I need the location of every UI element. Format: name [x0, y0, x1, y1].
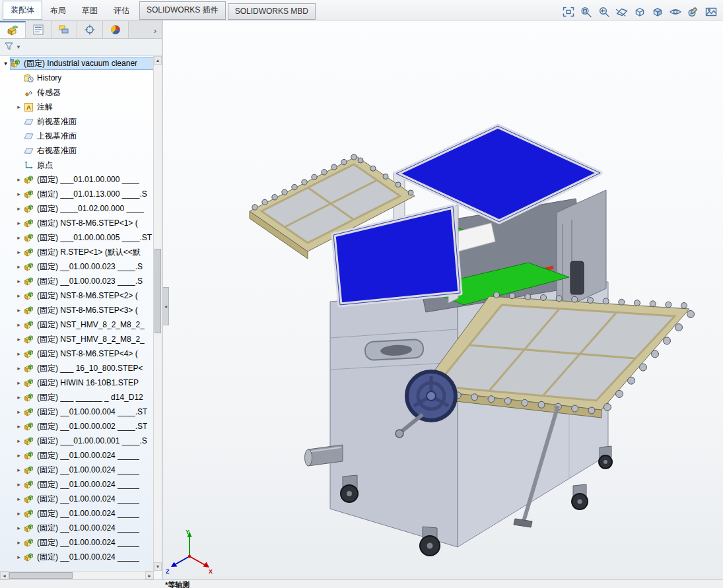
- expand-arrow-icon[interactable]: ▸: [15, 525, 23, 531]
- expand-arrow-icon[interactable]: ▸: [15, 539, 23, 546]
- tree-item-body[interactable]: (固定) __01.00.00.024 _____: [23, 492, 154, 506]
- tree-item-body[interactable]: History: [23, 71, 154, 84]
- tree-item[interactable]: ▸(固定) __01.00.00.024 _____: [0, 535, 154, 550]
- tree-item-body[interactable]: (固定) NST_HMV_8_2_M8_2_: [23, 318, 154, 331]
- tray-roller[interactable]: [396, 182, 401, 187]
- tree-item[interactable]: ▸(固定) NST_HMV_8_2_M8_2_: [0, 317, 154, 332]
- tray-roller[interactable]: [604, 404, 611, 411]
- tray-roller[interactable]: [687, 311, 695, 318]
- tray-roller[interactable]: [322, 170, 327, 175]
- caster-wheel[interactable]: [572, 484, 588, 509]
- tree-item-body[interactable]: (固定) ___01.00.00.001 ____.S: [23, 434, 154, 447]
- panel-flyout-chevron-icon[interactable]: ›: [149, 26, 162, 38]
- expand-arrow-icon[interactable]: ▸: [15, 234, 23, 241]
- tree-item[interactable]: History: [0, 71, 154, 85]
- tree-item[interactable]: ▸(固定) __01.00.00.024 _____: [0, 521, 154, 535]
- tree-item[interactable]: ▸(固定) ___01.01.13.000 ____.S: [0, 187, 154, 201]
- tray-roller[interactable]: [292, 184, 297, 189]
- tree-item-body[interactable]: 前视基准面: [23, 115, 154, 128]
- tree-item-body[interactable]: (固定) __01.00.00.024 _____: [23, 521, 154, 535]
- expand-arrow-icon[interactable]: ▸: [15, 278, 23, 284]
- ribbon-tab-evaluate[interactable]: 评估: [106, 1, 137, 20]
- tree-item[interactable]: ▸A注解: [0, 100, 154, 114]
- filter-dropdown-caret[interactable]: ▼: [16, 44, 21, 50]
- panel-collapse-handle[interactable]: ◂: [163, 287, 169, 325]
- tree-item-body[interactable]: (固定) HIWIN 16-10B1.STEP: [23, 376, 154, 389]
- tray-roller[interactable]: [572, 296, 578, 302]
- tree-item[interactable]: ▸(固定) ___01.00.00.005 ____.ST: [0, 230, 154, 245]
- tree-item[interactable]: ▸(固定) ___01.01.00.000 ____: [0, 172, 154, 187]
- tree-item[interactable]: ▸(固定) ___ 16_10_800.STEP<: [0, 361, 154, 376]
- expand-arrow-icon[interactable]: ▸: [15, 481, 23, 488]
- panel-tab-featuremanager[interactable]: [0, 21, 26, 38]
- tree-item-body[interactable]: 上视基准面: [23, 129, 154, 143]
- tree-item[interactable]: ▸(固定) NST-8-M6.STEP<1> (: [0, 216, 154, 230]
- tray-roller[interactable]: [331, 164, 337, 170]
- expand-arrow-icon[interactable]: ▸: [15, 205, 23, 212]
- tray-roller[interactable]: [471, 394, 478, 401]
- tree-item-body[interactable]: (固定) __01.00.00.024 _____: [23, 507, 154, 520]
- ribbon-tab-solidworks-addins[interactable]: SOLIDWORKS 插件: [139, 1, 226, 20]
- tray-roller[interactable]: [603, 298, 609, 304]
- tray-roller[interactable]: [681, 303, 687, 309]
- tree-item-body[interactable]: (固定) __01.00.00.024 _____: [23, 463, 154, 476]
- tray-roller[interactable]: [358, 158, 363, 163]
- tree-item-body[interactable]: (固定) NST_HMV_8_2_M8_2_: [23, 333, 154, 346]
- panel-tab-dimxpertmanager[interactable]: [77, 21, 103, 38]
- section-view-icon[interactable]: [614, 5, 630, 19]
- expand-arrow-icon[interactable]: ▸: [15, 220, 23, 226]
- expand-arrow-icon[interactable]: ▸: [15, 336, 23, 343]
- tray-roller[interactable]: [640, 364, 647, 371]
- tray-roller[interactable]: [504, 398, 511, 405]
- tree-item-body[interactable]: (固定) ___01.01.13.000 ____.S: [23, 187, 154, 201]
- expand-arrow-icon[interactable]: ▸: [15, 365, 23, 372]
- tree-item[interactable]: ▸(固定) __01.00.00.024 _____: [0, 448, 154, 463]
- tree-item-body[interactable]: (固定) R.STEP<1> (默认<<默: [23, 245, 154, 259]
- tray-roller[interactable]: [488, 396, 495, 403]
- tree-item-body[interactable]: (固定) Industrial vacuum cleaner: [10, 57, 154, 70]
- tree-item-body[interactable]: (固定) ___ 16_10_800.STEP<: [23, 362, 154, 375]
- tray-roller[interactable]: [370, 166, 376, 171]
- tree-item-body[interactable]: (固定) ____01.02.00.000 ____: [23, 202, 154, 215]
- vertical-scroll-thumb[interactable]: [155, 249, 161, 333]
- horizontal-scroll-thumb[interactable]: [9, 572, 73, 579]
- tree-item-body[interactable]: (固定) __01.00.00.024 _____: [23, 478, 154, 491]
- scroll-left-button[interactable]: ◄: [0, 572, 9, 579]
- expand-arrow-icon[interactable]: ▸: [15, 394, 23, 401]
- previous-view-icon[interactable]: [596, 5, 612, 19]
- tree-vertical-scrollbar[interactable]: ▲ ▼: [153, 56, 162, 571]
- caster-wheel[interactable]: [420, 527, 440, 556]
- zoom-to-fit-icon[interactable]: [561, 5, 576, 19]
- tree-item[interactable]: ▸(固定) __01.00.00.024 _____: [0, 506, 154, 521]
- tree-item-body[interactable]: (固定) __01.00.00.024 _____: [23, 449, 154, 462]
- tree-root-item[interactable]: ▾(固定) Industrial vacuum cleaner: [0, 56, 154, 71]
- expand-arrow-icon[interactable]: ▸: [15, 408, 23, 415]
- tray-roller[interactable]: [616, 390, 623, 397]
- scroll-up-button[interactable]: ▲: [154, 56, 162, 65]
- tree-item[interactable]: ▸(固定) R.STEP<1> (默认<<默: [0, 245, 154, 259]
- tray-roller[interactable]: [272, 195, 277, 200]
- tree-item-body[interactable]: (固定) __01.00.00.004 ____.ST: [23, 405, 154, 418]
- tray-roller[interactable]: [282, 189, 287, 195]
- tree-item[interactable]: ▸(固定) HIWIN 16-10B1.STEP: [0, 376, 154, 390]
- tree-item[interactable]: ▸(固定) NST_HMV_8_2_M8_2_: [0, 332, 154, 346]
- tree-item-body[interactable]: (固定) NST-8-M6.STEP<4> (: [23, 347, 154, 360]
- expand-arrow-icon[interactable]: ▸: [15, 350, 23, 357]
- tree-item[interactable]: ▸(固定) NST-8-M6.STEP<4> (: [0, 346, 154, 361]
- ribbon-tab-layout[interactable]: 布局: [42, 1, 74, 20]
- tree-item-body[interactable]: (固定) NST-8-M6.STEP<2> (: [23, 289, 154, 302]
- tree-item-body[interactable]: (固定) __01.00.00.002 ____.ST: [23, 420, 154, 433]
- tree-item[interactable]: ▸(固定) __01.00.00.024 _____: [0, 477, 154, 492]
- tray-roller[interactable]: [628, 377, 635, 384]
- tray-roller[interactable]: [525, 294, 531, 300]
- tree-item-body[interactable]: 右视基准面: [23, 144, 154, 157]
- tree-item-body[interactable]: (固定) __01.00.00.023 ____.S: [23, 260, 154, 273]
- expand-arrow-icon[interactable]: ▾: [1, 60, 10, 67]
- tray-roller[interactable]: [588, 298, 594, 304]
- ribbon-tab-sketch[interactable]: 草图: [74, 1, 106, 20]
- machine-3d-model[interactable]: [250, 126, 695, 556]
- panel-tab-propertymanager[interactable]: [26, 21, 52, 38]
- handle-slot[interactable]: [364, 339, 423, 361]
- tree-item-body[interactable]: (固定) NST-8-M6.STEP<1> (: [23, 216, 154, 230]
- expand-arrow-icon[interactable]: ▸: [15, 104, 23, 110]
